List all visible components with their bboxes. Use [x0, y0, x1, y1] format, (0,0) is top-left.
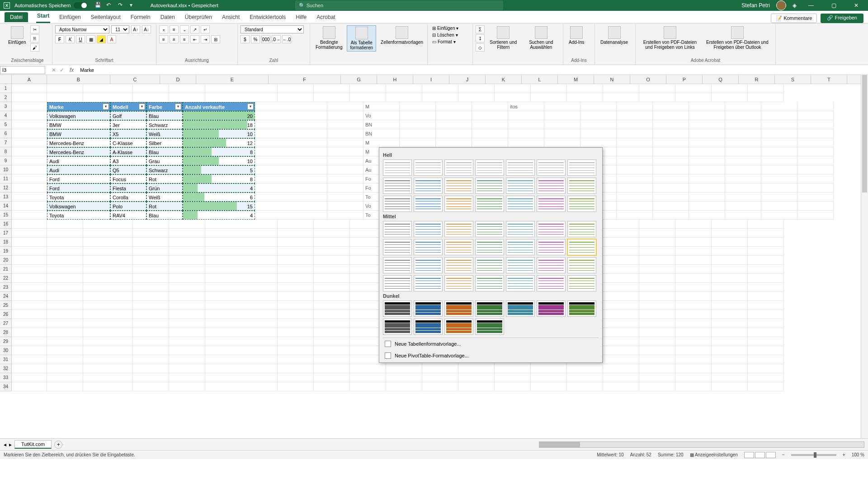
cell[interactable]	[422, 84, 458, 93]
cell[interactable]	[47, 220, 83, 229]
cell[interactable]	[712, 93, 748, 102]
cell[interactable]	[205, 247, 278, 256]
cell[interactable]	[169, 247, 205, 256]
cell[interactable]	[748, 220, 784, 229]
align-top-button[interactable]: ⌅	[159, 25, 168, 33]
cell[interactable]: Mercedes-Benz	[47, 147, 110, 156]
table-style-swatch[interactable]	[567, 178, 596, 194]
cell[interactable]	[797, 202, 834, 211]
cell[interactable]	[603, 319, 639, 328]
cell[interactable]	[400, 129, 436, 138]
cell[interactable]	[639, 256, 675, 265]
row-header[interactable]: 11	[0, 174, 12, 183]
cell[interactable]	[653, 120, 689, 129]
cell[interactable]	[314, 382, 350, 391]
cell[interactable]	[12, 111, 47, 120]
cell[interactable]	[47, 274, 83, 283]
table-style-swatch[interactable]	[414, 300, 443, 317]
cell[interactable]	[386, 373, 422, 382]
align-left-button[interactable]: ≡	[159, 35, 168, 43]
cell[interactable]	[725, 183, 761, 192]
cell[interactable]: M	[363, 138, 400, 147]
minimize-button[interactable]: —	[803, 0, 819, 11]
table-style-swatch[interactable]	[475, 239, 504, 255]
cell[interactable]	[278, 229, 314, 238]
cell[interactable]	[314, 256, 350, 265]
cell[interactable]	[314, 283, 350, 292]
cell[interactable]	[748, 292, 784, 301]
cell[interactable]	[495, 382, 531, 391]
cell[interactable]	[472, 138, 508, 147]
cell[interactable]	[617, 192, 653, 202]
cell[interactable]	[639, 238, 675, 247]
wrap-text-button[interactable]: ↵	[201, 25, 210, 33]
cell[interactable]: 5	[183, 165, 255, 174]
filter-dropdown-icon[interactable]: ▾	[103, 103, 109, 110]
cell[interactable]	[748, 238, 784, 247]
cell[interactable]	[133, 355, 169, 364]
cell[interactable]	[12, 247, 47, 256]
cell[interactable]	[675, 84, 712, 93]
table-style-swatch[interactable]	[383, 300, 412, 317]
table-style-swatch[interactable]	[567, 160, 596, 176]
undo-icon[interactable]: ↶	[106, 2, 113, 9]
table-style-swatch[interactable]	[567, 300, 596, 317]
cell[interactable]	[314, 328, 350, 337]
font-name-select[interactable]: Aptos Narrow	[55, 25, 109, 33]
row-header[interactable]: 3	[0, 102, 12, 111]
cell[interactable]	[169, 256, 205, 265]
cell[interactable]: Polo	[110, 202, 146, 211]
table-style-swatch[interactable]	[506, 275, 535, 291]
cell[interactable]: 10	[183, 129, 255, 138]
cell[interactable]	[169, 229, 205, 238]
cell[interactable]: Audi	[47, 156, 110, 165]
data-analysis-button[interactable]: Datenanalyse	[598, 25, 631, 46]
cell[interactable]: Silber	[146, 138, 183, 147]
cell[interactable]	[725, 211, 761, 220]
format-as-table-button[interactable]: Als Tabelle formatieren	[347, 25, 376, 52]
table-style-swatch[interactable]	[444, 319, 473, 335]
table-style-swatch[interactable]	[383, 221, 412, 237]
cell[interactable]	[603, 301, 639, 310]
cell[interactable]	[133, 346, 169, 355]
cell[interactable]	[508, 111, 544, 120]
cell[interactable]	[603, 229, 639, 238]
cell[interactable]	[133, 238, 169, 247]
cell[interactable]	[617, 211, 653, 220]
cell[interactable]	[47, 346, 83, 355]
cell[interactable]	[83, 346, 133, 355]
cell[interactable]	[314, 337, 350, 346]
cell[interactable]	[12, 183, 47, 192]
zoom-slider[interactable]	[791, 454, 836, 456]
cell[interactable]	[278, 84, 314, 93]
cell[interactable]	[748, 382, 784, 391]
cell[interactable]	[205, 310, 278, 319]
row-header[interactable]: 16	[0, 220, 12, 229]
table-style-swatch[interactable]	[537, 221, 566, 237]
cell[interactable]	[278, 319, 314, 328]
cell[interactable]	[603, 220, 639, 229]
close-button[interactable]: ✕	[848, 0, 864, 11]
cell[interactable]	[255, 129, 327, 138]
cell[interactable]	[797, 147, 834, 156]
table-style-swatch[interactable]	[537, 275, 566, 291]
cell[interactable]	[314, 247, 350, 256]
cell[interactable]	[133, 229, 169, 238]
cell[interactable]	[567, 84, 603, 93]
cell[interactable]	[458, 93, 495, 102]
table-style-swatch[interactable]	[414, 275, 443, 291]
cell[interactable]	[617, 111, 653, 120]
table-style-swatch[interactable]	[567, 239, 596, 255]
table-style-swatch[interactable]	[414, 257, 443, 273]
cell[interactable]	[314, 355, 350, 364]
row-header[interactable]: 30	[0, 346, 12, 355]
cell[interactable]	[436, 102, 472, 111]
cell[interactable]	[278, 93, 314, 102]
sheet-nav-prev-icon[interactable]: ◂	[4, 441, 6, 448]
cell[interactable]	[580, 120, 617, 129]
cell[interactable]	[653, 183, 689, 192]
cell[interactable]	[653, 211, 689, 220]
table-style-swatch[interactable]	[383, 275, 412, 291]
normal-view-button[interactable]	[744, 452, 754, 458]
cell[interactable]	[761, 183, 797, 192]
